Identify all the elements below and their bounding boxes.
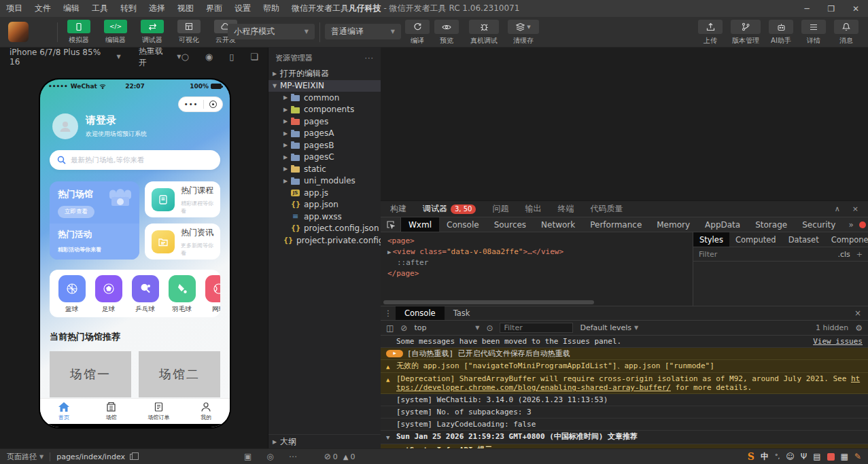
wxml-node-after-pseudo[interactable]: ::after bbox=[387, 257, 693, 268]
keyboard-icon[interactable]: ▤ bbox=[813, 452, 820, 461]
user-avatar[interactable] bbox=[8, 22, 29, 42]
clear-cache-action[interactable]: ▼ 清缓存 bbox=[508, 20, 539, 46]
tab-mine[interactable]: 我的 bbox=[182, 399, 230, 424]
swap-arrows-icon[interactable] bbox=[141, 20, 164, 33]
course-promo-card[interactable]: 热门课程 精彩课程等你看 bbox=[145, 181, 220, 217]
tab-styles[interactable]: Styles bbox=[693, 232, 729, 247]
tab-problems[interactable]: 问题 bbox=[492, 203, 508, 215]
menu-goto[interactable]: 转到 bbox=[114, 3, 143, 14]
tree-folder-pagesA[interactable]: ▶pagesA bbox=[268, 128, 381, 140]
eye-icon[interactable] bbox=[434, 20, 459, 34]
tab-task[interactable]: Task bbox=[445, 306, 479, 320]
menu-select[interactable]: 选择 bbox=[143, 3, 171, 14]
close-panel-icon[interactable]: × bbox=[852, 204, 858, 213]
tab-component-data[interactable]: Component Data bbox=[825, 232, 868, 247]
code-icon[interactable]: </> bbox=[104, 20, 127, 33]
context-selector[interactable]: top▼ bbox=[414, 323, 479, 332]
tab-sources[interactable]: Sources bbox=[487, 217, 534, 232]
console-settings-gear-icon[interactable]: ⚙ bbox=[855, 323, 863, 333]
punctuation-icon[interactable]: °, bbox=[775, 453, 780, 460]
tree-file-app-json[interactable]: app.json bbox=[268, 199, 381, 211]
hot-reload-select[interactable]: 热重载 开 bbox=[139, 46, 174, 69]
collapse-panel-icon[interactable]: ∧ bbox=[835, 204, 840, 213]
list-icon[interactable] bbox=[801, 20, 826, 34]
grid-apps-icon[interactable]: ▦ bbox=[841, 452, 848, 461]
warning-counter[interactable]: ▲0 bbox=[343, 452, 355, 461]
login-section[interactable]: 请登录 欢迎使用场馆预订系统 bbox=[40, 113, 230, 139]
menu-file[interactable]: 文件 bbox=[29, 3, 57, 14]
venue-promo-card[interactable]: 热门场馆 立即查看 热门活动 精彩活动等你来看 bbox=[50, 181, 139, 260]
menu-tools[interactable]: 工具 bbox=[86, 3, 114, 14]
log-levels-dropdown[interactable]: Default levels▼ bbox=[580, 323, 638, 332]
tree-folder-pagesC[interactable]: ▶pagesC bbox=[268, 151, 381, 164]
console-message[interactable]: ▲ [Deprecation] SharedArrayBuffer will r… bbox=[381, 373, 868, 394]
wxml-node-view[interactable]: ▶<view class="data-v-08aa2ffe">…</view> bbox=[387, 247, 693, 257]
remote-debug-action[interactable]: 真机调试 bbox=[469, 20, 499, 46]
tab-console[interactable]: Console bbox=[439, 217, 487, 232]
more-actions-icon[interactable]: ··· bbox=[365, 54, 375, 63]
feedback-icon[interactable]: ▣ bbox=[244, 452, 251, 461]
tab-venues[interactable]: 场馆 bbox=[88, 399, 135, 424]
news-promo-card[interactable]: 热门资讯 更多新闻等你看 bbox=[145, 224, 220, 260]
venue-card-2[interactable]: 场馆二 bbox=[139, 351, 220, 397]
tree-project-root[interactable]: ▼MP-WEIXIN bbox=[268, 80, 381, 92]
version-control-action[interactable]: 版本管理 bbox=[731, 20, 761, 46]
tab-storage[interactable]: Storage bbox=[748, 217, 795, 232]
emoji-icon[interactable]: ☺ bbox=[786, 452, 795, 461]
compile-mode-dropdown[interactable]: 普通编译 ▼ bbox=[325, 24, 401, 39]
detach-window-icon[interactable]: ❏ bbox=[250, 52, 258, 62]
tab-memory[interactable]: Memory bbox=[649, 217, 697, 232]
kebab-menu-icon[interactable]: ⋮ bbox=[381, 308, 396, 318]
tree-file-project-private-config[interactable]: project.private.config.js... bbox=[268, 234, 381, 247]
tab-orders[interactable]: 场馆订单 bbox=[135, 399, 183, 424]
detail-action[interactable]: 详情 bbox=[801, 20, 826, 46]
tree-file-app-js[interactable]: app.js bbox=[268, 187, 381, 199]
close-console-icon[interactable]: × bbox=[854, 308, 868, 318]
menu-help[interactable]: 帮助 bbox=[257, 3, 285, 14]
maximize-button[interactable]: ❒ bbox=[819, 4, 844, 14]
activity-promo-section[interactable]: 热门活动 精彩活动等你来看 bbox=[50, 224, 139, 260]
style-filter-input[interactable] bbox=[699, 250, 832, 259]
venue-card-1[interactable]: 场馆一 bbox=[50, 351, 131, 397]
wxml-node-page-open[interactable]: <page> bbox=[387, 236, 693, 247]
tree-folder-components[interactable]: ▶components bbox=[268, 104, 381, 116]
tree-folder-uni-modules[interactable]: ▶uni_modules bbox=[268, 175, 381, 188]
visual-toggle[interactable]: 可视化 bbox=[175, 20, 203, 45]
more-tabs-icon[interactable]: » bbox=[843, 220, 858, 230]
console-filter-input[interactable] bbox=[500, 323, 573, 333]
mic-icon[interactable]: Ψ bbox=[801, 452, 807, 461]
compile-action[interactable]: 编译 bbox=[405, 20, 430, 46]
exit-target-icon[interactable] bbox=[209, 101, 217, 108]
current-page-path[interactable]: pages/index/index bbox=[56, 452, 125, 461]
menu-project[interactable]: 项目 bbox=[0, 3, 29, 14]
category-badminton[interactable]: 羽毛球 bbox=[168, 275, 196, 317]
console-group-message[interactable]: ▼ Sun Jan 25 2026 21:59:23 GMT+0800 (中国标… bbox=[381, 431, 868, 444]
search-input[interactable]: 最新热门场地,等你来看 bbox=[50, 150, 220, 170]
phone-frame-icon[interactable]: ▯ bbox=[229, 52, 234, 62]
tab-computed[interactable]: Computed bbox=[729, 232, 782, 247]
tree-folder-pagesB[interactable]: ▶pagesB bbox=[268, 139, 381, 151]
toolbox-icon[interactable] bbox=[827, 453, 835, 461]
tree-file-project-config[interactable]: project.config.json bbox=[268, 223, 381, 235]
console-message[interactable]: [system] LazyCodeLoading: false bbox=[381, 418, 868, 431]
simulator-icon[interactable] bbox=[67, 20, 90, 33]
toggle-class-button[interactable]: .cls bbox=[837, 250, 850, 259]
category-pingpong[interactable]: 乒乓球 bbox=[131, 275, 159, 317]
console-sidebar-icon[interactable]: ◫ bbox=[386, 323, 394, 333]
message-action[interactable]: 消息 bbox=[834, 20, 858, 46]
tab-dataset[interactable]: Dataset bbox=[782, 232, 825, 247]
view-now-button[interactable]: 立即查看 bbox=[58, 206, 94, 218]
chinese-mode-icon[interactable]: 中 bbox=[761, 451, 769, 463]
mode-select-dropdown[interactable]: 小程序模式 ▼ bbox=[228, 24, 315, 39]
upload-icon[interactable] bbox=[698, 20, 723, 34]
menu-settings[interactable]: 设置 bbox=[228, 3, 257, 14]
menu-edit[interactable]: 编辑 bbox=[57, 3, 86, 14]
console-message[interactable]: [system] WeChatLib: 3.14.0 (2026.1.23 11… bbox=[381, 394, 868, 406]
category-tennis[interactable]: 网球 bbox=[205, 275, 220, 317]
wxml-node-page-close[interactable]: </page> bbox=[387, 268, 693, 279]
preview-action[interactable]: 预览 bbox=[434, 20, 459, 46]
outline-section[interactable]: ▶大纲 bbox=[268, 434, 381, 448]
more-icon[interactable]: ⋯ bbox=[289, 452, 297, 461]
inspect-element-icon[interactable] bbox=[381, 217, 401, 232]
console-message[interactable]: [system] No. of subpackages: 3 bbox=[381, 406, 868, 418]
